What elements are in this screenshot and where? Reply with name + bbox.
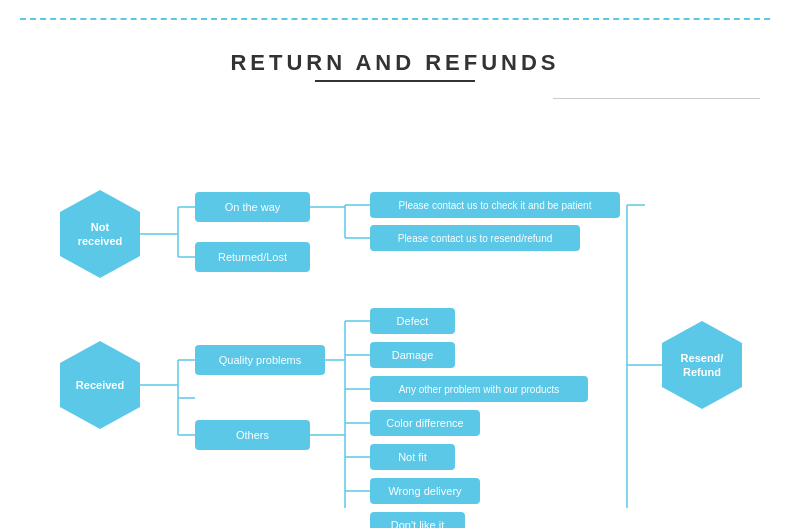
resend-refund-contact-box: Please contact us to resend/refund: [370, 225, 580, 251]
defect-label: Defect: [397, 315, 429, 327]
damage-box: Damage: [370, 342, 455, 368]
title-right-line: [553, 98, 760, 99]
not-received-label: Notreceived: [78, 220, 123, 249]
returned-lost-box: Returned/Lost: [195, 242, 310, 272]
defect-box: Defect: [370, 308, 455, 334]
others-label: Others: [236, 429, 269, 441]
page-title: RETURN AND REFUNDS: [230, 50, 559, 76]
title-underline: [315, 80, 475, 82]
color-difference-label: Color difference: [386, 417, 463, 429]
top-dashed-line: [20, 18, 770, 20]
others-box: Others: [195, 420, 310, 450]
returned-lost-label: Returned/Lost: [218, 251, 287, 263]
received-hex: Received: [60, 341, 140, 429]
any-other-label: Any other problem with our products: [399, 384, 560, 395]
diagram-area: Notreceived Received Resend/Refund On th…: [30, 110, 760, 508]
dont-like-label: Don't like it: [391, 519, 444, 528]
on-the-way-box: On the way: [195, 192, 310, 222]
not-fit-label: Not fit: [398, 451, 427, 463]
quality-problems-label: Quality problems: [219, 354, 302, 366]
dont-like-box: Don't like it: [370, 512, 465, 528]
resend-refund-label: Resend/Refund: [681, 351, 724, 380]
contact-patient-label: Please contact us to check it and be pat…: [399, 200, 592, 211]
resend-refund-hex: Resend/Refund: [662, 321, 742, 409]
color-difference-box: Color difference: [370, 410, 480, 436]
wrong-delivery-box: Wrong delivery: [370, 478, 480, 504]
not-received-hex: Notreceived: [60, 190, 140, 278]
resend-refund-contact-label: Please contact us to resend/refund: [398, 233, 553, 244]
not-fit-box: Not fit: [370, 444, 455, 470]
on-the-way-label: On the way: [225, 201, 281, 213]
quality-problems-box: Quality problems: [195, 345, 325, 375]
wrong-delivery-label: Wrong delivery: [388, 485, 461, 497]
damage-label: Damage: [392, 349, 434, 361]
contact-patient-box: Please contact us to check it and be pat…: [370, 192, 620, 218]
received-label: Received: [76, 378, 124, 392]
title-area: RETURN AND REFUNDS: [0, 50, 790, 76]
any-other-box: Any other problem with our products: [370, 376, 588, 402]
